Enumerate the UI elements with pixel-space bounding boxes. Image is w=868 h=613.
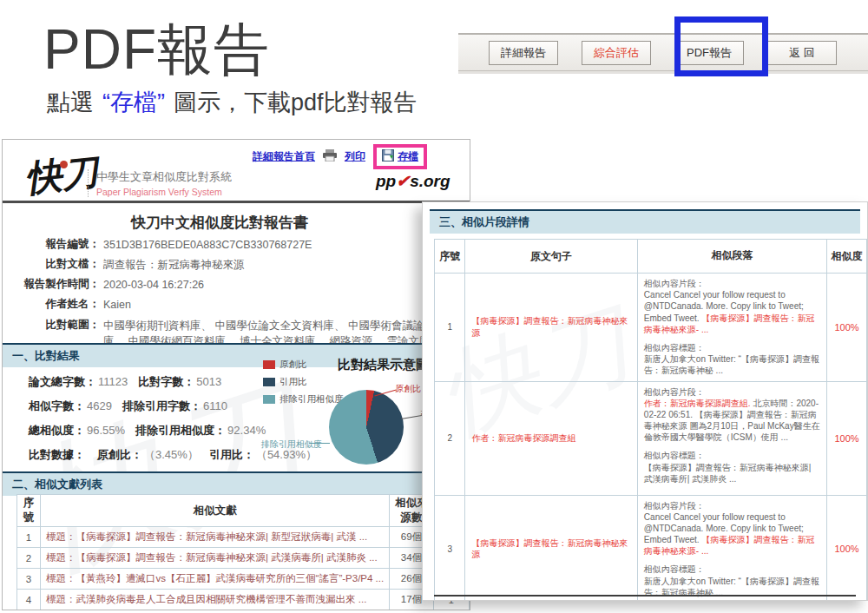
callout-excl-citation: 排除引用相似度 xyxy=(261,438,322,451)
sim-row-index: 3 xyxy=(435,495,465,601)
doc-row-title[interactable]: 標題：【黃燕玲】遭滅口vs【石正麗】武漢病毒研究所的三個“謠言”-P3/P4 .… xyxy=(41,569,390,590)
legend-item: 原創比 xyxy=(263,359,344,371)
page-subtitle: 點選“存檔”圖示，下載pdf比對報告 xyxy=(47,87,418,118)
sim-row-source-sentence: 作者：新冠病毒探源調查組 xyxy=(465,381,637,495)
fragment-label: 相似內容片段： xyxy=(644,500,820,511)
doc-row-title[interactable]: 標題：【病毒探源】調查報告：新冠病毒神秘來源| 武漢病毒所| 武漢肺炎 ... xyxy=(41,548,390,569)
doc-row-source-count: 8個 xyxy=(390,610,433,611)
doc-row-index: 3 xyxy=(17,569,41,590)
sim-col-similarity: 相似度 xyxy=(827,240,867,274)
fragment-text: 作者：新冠病毒探源調查組. 北京時間：2020-02-22 06:51. 【病毒… xyxy=(644,398,820,444)
legend-swatch xyxy=(263,378,275,386)
print-link[interactable]: 列印 xyxy=(345,149,365,164)
meta-row: 作者姓名：Kaien xyxy=(10,297,459,313)
sim-row-paragraph: 相似內容片段： Cancel Cancel your follow reques… xyxy=(637,495,826,601)
doc-table-header-row: 序號 相似文獻 相似來源數 相似字數 xyxy=(17,495,470,527)
subtitle-prefix: 點選 xyxy=(47,89,94,115)
similar-documents-table: 序號 相似文獻 相似來源數 相似字數 1 標題：【病毒探源】調查報告：新冠病毒神… xyxy=(16,494,470,610)
pie-chart xyxy=(329,390,404,465)
system-name: 中學生文章相似度比對系統 Paper Plagiarism Verfy Syst… xyxy=(88,169,232,197)
similar-fragments-panel: 快刀 三、相似片段詳情 序號 原文句子 相似段落 相似度 1 【病毒探源】調查報… xyxy=(422,201,868,601)
pie-legend: 原創比引用比排除引用相似度 xyxy=(263,359,344,411)
report-home-link[interactable]: 詳細報告首頁 xyxy=(253,149,315,164)
ppvs-check-icon: ✔ xyxy=(396,172,410,190)
sim-row-index: 2 xyxy=(435,381,465,495)
subtitle-highlight: “存檔” xyxy=(102,89,165,115)
header-divider xyxy=(3,201,470,203)
doc-row-title[interactable]: 標題：【病毒探源】調查報告：新冠病毒神秘來源| 新型冠狀病毒| 武漢 ... xyxy=(41,527,390,548)
doc-table-row: 5 標題：【唐靖遠快評】石正麗4篇論文隱瞞什麼重要信息？| P4實驗室 ... … xyxy=(17,610,470,611)
pie-chart-title: 比對結果示意圖 xyxy=(338,357,429,373)
section-2-header: 二、相似文獻列表 xyxy=(3,471,470,496)
sim-table-row: 1 【病毒探源】調查報告：新冠病毒神秘來源 相似內容片段： Cancel Can… xyxy=(435,274,867,382)
report-header-links: 詳細報告首頁 列印 存檔 xyxy=(253,144,427,169)
fragment-label: 相似內容片段： xyxy=(644,386,820,398)
similar-title-label: 相似內容標題： xyxy=(644,564,820,575)
doc-table-row: 1 標題：【病毒探源】調查報告：新冠病毒神秘來源| 新型冠狀病毒| 武漢 ...… xyxy=(17,527,470,548)
page-title: PDF報告 xyxy=(43,12,270,88)
callout-excl-citation-line xyxy=(309,443,330,444)
sim-row-paragraph: 相似內容片段： Cancel Cancel your follow reques… xyxy=(637,274,826,382)
doc-row-index: 2 xyxy=(17,548,41,569)
panel-bottom-rule xyxy=(434,595,856,597)
meta-row: 報告製作時間：2020-03-04 16:27:26 xyxy=(10,277,459,293)
similar-title-label: 相似內容標題： xyxy=(644,342,820,353)
similar-title-text: 【病毒探源】調查報告：新冠病毒神秘來源| 武漢病毒所| 武漢肺炎 ... xyxy=(644,462,820,484)
system-name-zh: 中學生文章相似度比對系統 xyxy=(96,169,232,185)
page: PDF報告 點選“存檔”圖示，下載pdf比對報告 詳細報告綜合評估PDF報告返 … xyxy=(0,0,868,613)
sim-col-source: 原文句子 xyxy=(465,240,637,274)
similar-title-text: 新唐人加拿大on Twitter: “【病毒探源】調查報告：新冠病毒神秘 ... xyxy=(644,353,820,376)
subtitle-suffix: 圖示，下載pdf比對報告 xyxy=(174,89,418,115)
printer-icon[interactable] xyxy=(323,149,337,164)
doc-col-title: 相似文獻 xyxy=(41,495,390,527)
report-doc-title: 快刀中文相似度比對報告書 xyxy=(3,213,437,233)
callout-original: 原創比 xyxy=(395,383,421,395)
meta-row: 報告編號：351D3B176BEDE0A883C7CB330768727E xyxy=(10,237,459,253)
sim-col-no: 序號 xyxy=(435,240,465,274)
pdf-report-highlight-box xyxy=(674,16,768,76)
system-name-en: Paper Plagiarism Verfy System xyxy=(96,187,232,197)
toolbar-button-0[interactable]: 詳細報告 xyxy=(489,41,558,65)
sim-table-row: 3 【病毒探源】調查報告：新冠病毒神秘來源 相似內容片段： Cancel Can… xyxy=(435,495,867,601)
toolbar: 詳細報告綜合評估PDF報告返 回 xyxy=(458,33,868,71)
sim-table-header-row: 序號 原文句子 相似段落 相似度 xyxy=(435,240,867,274)
doc-table-row: 3 標題：【黃燕玲】遭滅口vs【石正麗】武漢病毒研究所的三個“謠言”-P3/P4… xyxy=(17,569,470,590)
sim-row-similarity: 100% xyxy=(827,495,867,601)
logo-seal-icon xyxy=(60,161,68,168)
section-3-header: 三、相似片段詳情 xyxy=(430,209,860,234)
sim-row-paragraph: 相似內容片段： 作者：新冠病毒探源調查組. 北京時間：2020-02-22 06… xyxy=(637,381,826,495)
sim-row-similarity: 100% xyxy=(827,274,867,382)
sim-row-source-sentence: 【病毒探源】調查報告：新冠病毒神秘來源 xyxy=(465,274,637,382)
callout-citation-line xyxy=(401,415,422,419)
similar-fragments-table: 序號 原文句子 相似段落 相似度 1 【病毒探源】調查報告：新冠病毒神秘來源 相… xyxy=(434,239,867,601)
fragment-text: Cancel Cancel your follow request to @NT… xyxy=(644,289,820,335)
sim-table-row: 2 作者：新冠病毒探源調查組 相似內容片段： 作者：新冠病毒探源調查組. 北京時… xyxy=(435,381,867,495)
doc-row-title[interactable]: 標題：武漢肺炎病毒是人工合成且因相關研究機構管理不善而洩漏出來 ... xyxy=(41,590,390,610)
toolbar-button-1[interactable]: 綜合評估 xyxy=(582,41,651,65)
doc-row-index: 5 xyxy=(17,610,41,611)
save-icon[interactable] xyxy=(382,149,394,164)
legend-swatch xyxy=(263,360,275,369)
legend-item: 排除引用相似度 xyxy=(263,393,344,405)
report-screenshot: 快刀 詳細報告首頁 列印 存檔 快刀 中學生文章相似度比對系統 Paper Pl… xyxy=(2,139,470,610)
sim-row-source-sentence: 【病毒探源】調查報告：新冠病毒神秘來源 xyxy=(465,495,637,601)
sim-row-index: 1 xyxy=(435,274,465,382)
doc-col-no: 序號 xyxy=(17,495,41,527)
meta-row: 比對文檔：調查報告：新冠病毒神秘來源 xyxy=(10,257,459,273)
save-highlight-box: 存檔 xyxy=(373,144,427,169)
toolbar-button-3[interactable]: 返 回 xyxy=(767,41,837,65)
fragment-text: Cancel Cancel your follow request to @NT… xyxy=(644,511,820,557)
save-link[interactable]: 存檔 xyxy=(398,149,418,164)
doc-row-index: 4 xyxy=(17,590,41,610)
ppvs-logo: pp✔s.org xyxy=(376,171,450,191)
legend-swatch xyxy=(263,395,275,404)
doc-row-title[interactable]: 標題：【唐靖遠快評】石正麗4篇論文隱瞞什麼重要信息？| P4實驗室 ... xyxy=(41,610,390,611)
doc-table-row: 4 標題：武漢肺炎病毒是人工合成且因相關研究機構管理不善而洩漏出來 ... 17… xyxy=(17,590,470,610)
fragment-label: 相似內容片段： xyxy=(644,278,820,289)
doc-row-word-count xyxy=(433,610,469,611)
doc-row-index: 1 xyxy=(17,527,41,548)
legend-item: 引用比 xyxy=(263,376,344,388)
stat-line: 總相似度：96.55%排除引用相似度：92.34% xyxy=(29,423,327,438)
doc-table-row: 2 標題：【病毒探源】調查報告：新冠病毒神秘來源| 武漢病毒所| 武漢肺炎 ..… xyxy=(17,548,470,569)
similar-title-label: 相似內容標題： xyxy=(644,450,820,461)
